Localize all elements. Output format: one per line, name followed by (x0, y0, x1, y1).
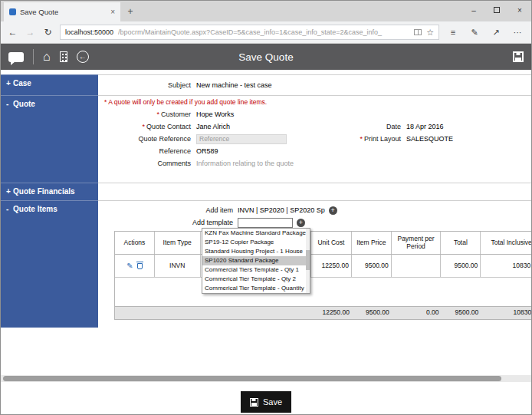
save-button-label: Save (263, 397, 282, 407)
favorites-star-icon[interactable]: ☆ (426, 28, 434, 38)
edit-icon[interactable]: ✎ (126, 262, 133, 271)
date-value[interactable]: 18 Apr 2016 (406, 123, 444, 130)
chat-icon[interactable] (8, 52, 24, 62)
col-header-payment-per-period: Payment per Period (392, 232, 442, 254)
window-maximize-icon[interactable] (485, 1, 508, 21)
browser-tab[interactable]: Save Quote × (4, 2, 120, 21)
home-icon[interactable]: ⌂ (43, 51, 51, 63)
web-note-icon[interactable]: ✎ (467, 28, 482, 38)
refresh-icon[interactable]: ↻ (42, 27, 54, 38)
building-icon[interactable] (60, 51, 67, 62)
reference-value: OR589 (196, 147, 319, 155)
horizontal-scroll-thumb[interactable] (3, 376, 501, 381)
required-marker: * (360, 135, 363, 143)
window-close-icon[interactable]: × (508, 1, 531, 21)
dropdown-option[interactable]: KZN Fax Machine Standard Package (202, 229, 306, 238)
totals-total-inclusive: 10830.00 (481, 307, 531, 319)
quote-items-panel: Add item INVN | SP2020 | SP2020 Sp + Add… (98, 200, 531, 328)
dropdown-option[interactable]: SP19-12 Copier Package (202, 238, 306, 247)
sidebar-item-quote-financials[interactable]: +Quote Financials (1, 183, 98, 200)
collapse-icon[interactable]: - (6, 100, 13, 108)
delete-icon[interactable] (137, 263, 143, 269)
customer-label: *Customer (98, 110, 196, 118)
add-template-label: Add template (98, 219, 238, 226)
sidebar-item-quote[interactable]: -Quote (1, 95, 98, 183)
tab-close-icon[interactable]: × (110, 8, 115, 16)
sidebar-item-label: Quote Financials (13, 187, 75, 196)
section-quote-items: -Quote Items Add item INVN | SP2020 | SP… (1, 200, 531, 328)
totals-payment-per-period: 0.00 (392, 307, 442, 319)
section-quote-financials: +Quote Financials (1, 183, 531, 200)
sidebar-item-label: Quote Items (13, 205, 57, 213)
table-empty-space (115, 278, 531, 306)
new-tab-button[interactable]: + (120, 2, 140, 21)
url-path: /bpocrm/MaintainQuote.aspx?CaseID=5&case… (118, 28, 409, 36)
dropdown-scroll-thumb[interactable] (306, 250, 310, 270)
back-icon[interactable]: ← (7, 27, 18, 38)
url-input[interactable]: localhost:50000 /bpocrm/MaintainQuote.as… (60, 25, 439, 40)
reference-label: Reference (98, 147, 196, 155)
expand-icon[interactable]: + (6, 187, 13, 196)
expand-icon[interactable]: + (6, 79, 13, 87)
row-item-price: 9500.00 (352, 255, 392, 277)
horizontal-scrollbar[interactable] (1, 375, 531, 382)
collapse-icon[interactable]: - (6, 205, 13, 213)
more-options-icon[interactable]: ··· (510, 28, 525, 37)
col-header-item-type: Item Type (155, 232, 201, 254)
section-case: +Case Subject New machine - test case (1, 74, 531, 95)
add-item-value[interactable]: INVN | SP2020 | SP2020 Sp (238, 206, 325, 214)
row-item-type: INVN (155, 255, 201, 277)
totals-unit-cost: 12250.00 (311, 307, 352, 319)
sidebar-item-case[interactable]: +Case (1, 74, 98, 95)
row-payment-per-period (392, 255, 442, 277)
add-item-plus-button[interactable]: + (329, 206, 337, 215)
reading-view-icon[interactable] (414, 29, 422, 35)
save-button[interactable]: Save (241, 391, 291, 413)
quote-panel: * A quote will only be created if you ad… (98, 95, 531, 183)
row-actions-cell: ✎ (115, 255, 155, 277)
table-row: ✎ INVN 12250.00 9500.00 9500.00 10830.00 (115, 255, 531, 278)
header-divider (33, 49, 34, 64)
template-dropdown: KZN Fax Machine Standard Package SP19-12… (202, 228, 310, 294)
totals-item-price: 9500.00 (352, 307, 392, 319)
dropdown-option[interactable]: Standard Housing Project - 1 House (202, 247, 306, 256)
dropdown-option[interactable]: Commercial Tiers Template - Qty 1 (202, 265, 306, 275)
share-icon[interactable]: ↗ (488, 28, 504, 38)
quote-contact-value[interactable]: Jane Alrich (196, 123, 319, 130)
sidebar-item-label: Case (13, 79, 31, 87)
dropdown-option-highlighted[interactable]: SP1020 Standard Package (202, 256, 306, 265)
required-marker: * (142, 123, 145, 130)
tab-title: Save Quote (20, 8, 58, 16)
window-controls: – × (462, 1, 531, 21)
quote-reference-input[interactable] (196, 134, 287, 144)
save-icon[interactable] (513, 51, 524, 62)
comments-input[interactable] (196, 160, 365, 167)
date-label: Date (319, 123, 401, 130)
sidebar-item-quote-items[interactable]: -Quote Items (1, 200, 98, 328)
browser-address-bar: ← → ↻ localhost:50000 /bpocrm/MaintainQu… (1, 21, 531, 44)
dropdown-scrollbar[interactable] (306, 229, 310, 293)
print-layout-value[interactable]: SALESQUOTE (406, 135, 453, 143)
forward-icon[interactable]: → (25, 27, 36, 38)
section-quote: -Quote * A quote will only be created if… (1, 95, 531, 183)
row-total-inclusive: 10830.00 (481, 255, 531, 277)
browser-window: Save Quote × + – × ← → ↻ localhost:50000… (0, 0, 532, 415)
hub-icon[interactable]: ≡ (445, 28, 461, 37)
row-total: 9500.00 (441, 255, 481, 277)
table-totals-row: 12250.00 9500.00 0.00 9500.00 10830.00 (115, 306, 531, 319)
comments-label: Comments (98, 160, 196, 167)
row-unit-cost: 12250.00 (311, 255, 352, 277)
customer-value[interactable]: Hope Works (196, 110, 319, 118)
add-template-input[interactable] (238, 218, 293, 228)
window-minimize-icon[interactable]: – (462, 1, 485, 21)
back-circle-icon[interactable]: ← (77, 51, 89, 63)
subject-label: Subject (98, 81, 196, 89)
save-bar: Save (1, 391, 531, 413)
col-header-unit-cost: Unit Cost (311, 232, 352, 254)
browser-tab-bar: Save Quote × + – × (1, 1, 531, 21)
totals-total: 9500.00 (441, 307, 481, 319)
dropdown-option[interactable]: Commerical Tier Template - Qty 2 (202, 275, 306, 284)
dropdown-option[interactable]: Commerical Tier Template - Quantity 3 (202, 284, 306, 293)
quote-contact-label: *Quote Contact (98, 123, 196, 130)
add-template-plus-button[interactable]: + (297, 219, 305, 227)
